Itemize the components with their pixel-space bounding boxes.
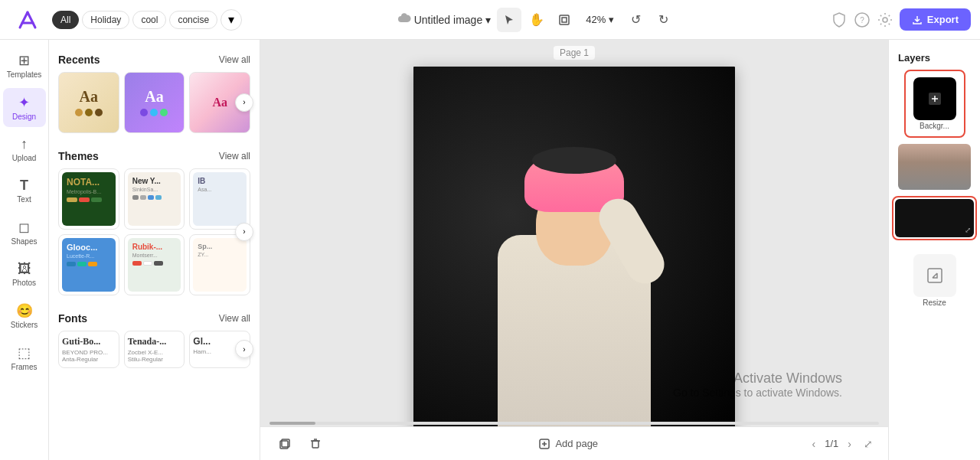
text-icon: T [20, 178, 28, 194]
redo-btn[interactable]: ↻ [651, 8, 675, 32]
bottom-center: Add page [532, 435, 604, 453]
chip-holiday[interactable]: Holiday [82, 11, 129, 29]
recents-scroll-right[interactable]: › [235, 93, 253, 112]
canvas-area: Page 1 [260, 40, 888, 460]
themes-grid: NOTA... Metropolis-B... New Y... [58, 168, 250, 295]
theme-card-gloo[interactable]: Glooc... Lucette-R... [58, 234, 119, 295]
title-chevron[interactable]: ▾ [485, 14, 491, 26]
themes-scroll-right[interactable]: › [235, 223, 253, 241]
bottom-bar: Add page ‹ 1/1 › ⤢ [260, 426, 888, 460]
sidebar-item-stickers[interactable]: 😊 Stickers [3, 296, 46, 335]
fonts-grid-container: Guti-Bo... BEYOND PRO... Anta-Regular Te… [58, 331, 250, 368]
layer-expand-icon: ⤢ [965, 226, 971, 234]
recent-card-2[interactable]: Aa [124, 72, 185, 133]
chip-cool[interactable]: cool [132, 11, 166, 29]
sidebar-item-upload[interactable]: ↑ Upload [3, 130, 46, 168]
app-logo[interactable] [15, 8, 40, 32]
page-number: 1/1 [825, 438, 838, 449]
theme-card-rubik[interactable]: Rubik-... Montserr... [124, 234, 185, 295]
zoom-control[interactable]: 42% ▾ [580, 11, 620, 28]
page-next-btn[interactable]: › [844, 435, 854, 453]
theme-card-ib[interactable]: IB Asa... [189, 168, 250, 230]
sidebar-item-shapes-label: Shapes [11, 237, 38, 246]
theme-card-sp[interactable]: Sp... ZY... [189, 234, 250, 295]
undo-btn[interactable]: ↺ [623, 8, 648, 32]
bg-tool-icon [913, 77, 956, 120]
help-icon[interactable]: ? [854, 11, 871, 28]
font-card-guti[interactable]: Guti-Bo... BEYOND PRO... Anta-Regular [58, 331, 119, 368]
settings-icon[interactable] [877, 11, 893, 28]
frame-tool[interactable] [552, 8, 577, 32]
add-page-btn[interactable]: Add page [532, 435, 604, 453]
svg-text:?: ? [860, 16, 864, 24]
photos-icon: 🖼 [18, 261, 31, 277]
theme-card-nota[interactable]: NOTA... Metropolis-B... [58, 168, 119, 230]
svg-line-0 [20, 12, 28, 28]
topbar-center: Untitled image ▾ ✋ 42% ▾ ↺ ↻ [248, 8, 825, 32]
svg-line-1 [28, 12, 35, 28]
bg-tool-label: Backgr... [920, 122, 949, 130]
theme-card-newy[interactable]: New Y... SinkinSa... [124, 168, 185, 230]
hand-tool[interactable]: ✋ [524, 8, 549, 32]
chip-all[interactable]: All [52, 11, 79, 29]
svg-rect-3 [560, 15, 569, 24]
right-tool-background[interactable]: Backgr... [904, 70, 965, 138]
topbar-tools: ✋ 42% ▾ ↺ ↻ [497, 8, 675, 32]
page-prev-btn[interactable]: ‹ [809, 435, 819, 453]
right-tool-resize[interactable]: Resize [904, 246, 965, 315]
copy-icon [279, 438, 291, 450]
shapes-icon: ◻ [18, 219, 30, 236]
layers-title: Layers [898, 52, 930, 64]
left-panel: Recents View all Aa Aa [49, 40, 260, 460]
document-title[interactable]: Untitled image ▾ [397, 13, 492, 27]
fonts-grid: Guti-Bo... BEYOND PRO... Anta-Regular Te… [58, 331, 250, 368]
svg-rect-4 [562, 18, 567, 22]
page-current: 1 [825, 438, 830, 449]
topbar-right: ? Export [831, 8, 971, 31]
canvas-frame[interactable] [413, 67, 735, 434]
sidebar-item-photos[interactable]: 🖼 Photos [3, 255, 46, 293]
export-label: Export [927, 14, 959, 25]
zoom-chevron: ▾ [609, 14, 614, 25]
sidebar-item-photos-label: Photos [12, 279, 36, 287]
recents-header: Recents View all [58, 46, 250, 72]
canvas-scrollbar[interactable] [260, 420, 888, 426]
filter-chips: All Holiday cool concise ▾ [52, 9, 242, 31]
fonts-view-all[interactable]: View all [219, 313, 250, 324]
fonts-scroll-right[interactable]: › [235, 340, 253, 358]
filter-dropdown[interactable]: ▾ [220, 9, 242, 31]
chip-concise[interactable]: concise [169, 11, 217, 29]
font-card-tenada[interactable]: Tenada-... Zocbel X-E... Stilu-Regular [124, 331, 185, 368]
fullscreen-btn[interactable]: ⤢ [861, 435, 876, 453]
page-total: 1 [833, 438, 838, 449]
sidebar-item-text[interactable]: T Text [3, 171, 46, 210]
sidebar-item-design-label: Design [12, 113, 36, 121]
themes-grid-container: NOTA... Metropolis-B... New Y... [58, 168, 250, 295]
canvas-scroll-track [270, 422, 879, 425]
templates-icon: ⊞ [18, 52, 30, 69]
sidebar-item-templates[interactable]: ⊞ Templates [3, 46, 46, 85]
export-icon [912, 15, 923, 25]
main-content: ⊞ Templates ✦ Design ↑ Upload T Text ◻ S… [0, 40, 980, 460]
sidebar-item-stickers-label: Stickers [11, 321, 38, 329]
recent-card-1[interactable]: Aa [58, 72, 119, 133]
recents-section: Recents View all Aa Aa [49, 46, 260, 142]
sidebar-item-design[interactable]: ✦ Design [3, 88, 46, 127]
bottom-tool-1[interactable] [273, 435, 297, 453]
frames-icon: ⬚ [18, 344, 31, 361]
sidebar-item-frames[interactable]: ⬚ Frames [3, 338, 46, 377]
shield-icon [831, 11, 848, 28]
bottom-tool-2[interactable] [303, 435, 328, 453]
svg-point-7 [883, 18, 887, 22]
fonts-title: Fonts [58, 312, 87, 325]
layer-person[interactable] [892, 141, 977, 193]
export-button[interactable]: Export [900, 8, 971, 31]
recents-view-all[interactable]: View all [219, 54, 250, 65]
layer-background[interactable]: ⤢ [892, 196, 977, 240]
logo-container [9, 8, 46, 32]
pointer-tool[interactable] [497, 8, 521, 32]
sidebar-item-shapes[interactable]: ◻ Shapes [3, 213, 46, 252]
themes-view-all[interactable]: View all [219, 151, 250, 161]
upload-icon: ↑ [21, 136, 28, 152]
topbar: All Holiday cool concise ▾ Untitled imag… [0, 0, 980, 40]
